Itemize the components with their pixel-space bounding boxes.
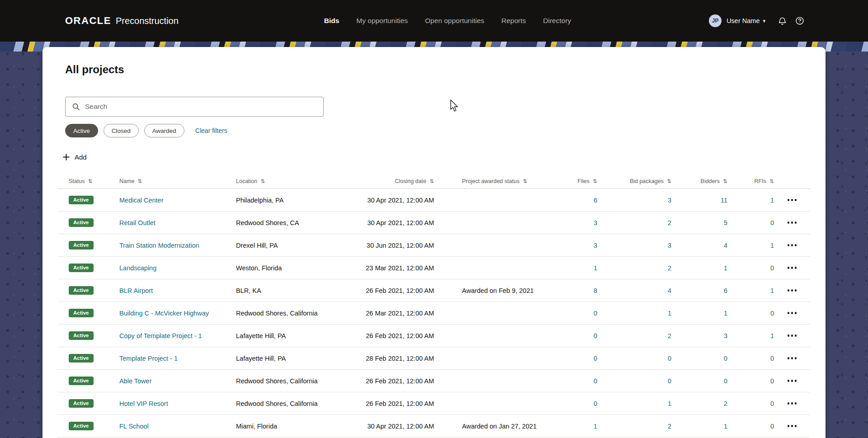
- bid-packages-count-link[interactable]: 3: [668, 242, 671, 249]
- project-name-link[interactable]: Landscaping: [119, 264, 156, 272]
- search-input[interactable]: [85, 103, 317, 111]
- files-count-link[interactable]: 8: [594, 287, 597, 294]
- row-actions-button[interactable]: [785, 377, 800, 385]
- nav-item-directory[interactable]: Directory: [543, 17, 571, 25]
- rfis-count-link[interactable]: 0: [770, 377, 774, 385]
- column-header-status[interactable]: Status⇅: [69, 178, 119, 184]
- nav-item-my-opportunities[interactable]: My opportunities: [356, 17, 408, 25]
- files-count-link[interactable]: 0: [594, 377, 597, 385]
- row-actions-button[interactable]: [785, 241, 800, 249]
- column-header-bid_packages[interactable]: Bid packages⇅: [597, 178, 671, 184]
- dot: [795, 357, 797, 359]
- project-name-link[interactable]: Hotel VIP Resort: [119, 400, 168, 407]
- files-count-link[interactable]: 0: [594, 310, 597, 317]
- bid-packages-count-link[interactable]: 2: [668, 332, 671, 339]
- column-header-rfis[interactable]: RFIs⇅: [727, 178, 774, 184]
- project-name-link[interactable]: Able Tower: [119, 377, 151, 385]
- project-name-link[interactable]: Template Project - 1: [119, 355, 178, 362]
- rfis-count-link[interactable]: 0: [770, 400, 774, 407]
- project-name-link[interactable]: Train Station Modernization: [119, 242, 199, 249]
- row-actions-button[interactable]: [785, 287, 800, 294]
- rfis-count-link[interactable]: 1: [770, 242, 774, 249]
- project-name-link[interactable]: Building C - McVicker Highway: [119, 310, 209, 317]
- column-header-name[interactable]: Name⇅: [119, 178, 236, 184]
- project-name-link[interactable]: Medical Center: [119, 197, 164, 204]
- rfis-count-link[interactable]: 0: [770, 423, 774, 430]
- rfis-count-link[interactable]: 1: [770, 197, 774, 204]
- bidders-count-link[interactable]: 0: [724, 355, 727, 362]
- bid-packages-count-link[interactable]: 2: [668, 264, 671, 272]
- row-actions-button[interactable]: [785, 264, 800, 272]
- row-actions-button[interactable]: [785, 400, 800, 407]
- filter-chip-closed[interactable]: Closed: [104, 124, 139, 137]
- column-header-label: Bidders: [701, 178, 720, 184]
- bid-packages-count-link[interactable]: 1: [668, 310, 671, 317]
- files-count-link[interactable]: 0: [594, 332, 597, 339]
- rfis-count-link[interactable]: 0: [770, 310, 774, 317]
- files-count-link[interactable]: 3: [594, 242, 597, 249]
- bidders-count-link[interactable]: 6: [724, 287, 727, 294]
- rfis-count-link[interactable]: 0: [770, 264, 774, 272]
- notifications-button[interactable]: [778, 16, 787, 26]
- dot: [791, 312, 793, 314]
- bid-packages-count-link[interactable]: 3: [668, 197, 671, 204]
- bid-packages-count-link[interactable]: 0: [668, 377, 671, 385]
- files-count-link[interactable]: 3: [594, 219, 597, 226]
- project-name-link[interactable]: BLR Airport: [119, 287, 153, 294]
- product-name: Preconstruction: [116, 16, 179, 26]
- bidders-count-link[interactable]: 0: [724, 377, 727, 385]
- bidders-count-link[interactable]: 11: [721, 197, 727, 204]
- table-row: ActiveFL SchoolMiami, Florida30 Apr 2021…: [58, 415, 810, 438]
- files-count-link[interactable]: 0: [594, 400, 597, 407]
- column-header-label: Files: [578, 178, 590, 184]
- project-name-link[interactable]: Retail Outlet: [119, 219, 156, 226]
- row-actions-button[interactable]: [785, 332, 800, 339]
- user-menu[interactable]: User Name ▾: [726, 17, 765, 24]
- bidders-count-link[interactable]: 4: [724, 242, 727, 249]
- column-header-awarded_status[interactable]: Project awarded status⇅: [434, 178, 552, 184]
- files-count-link[interactable]: 6: [594, 197, 597, 204]
- column-header-location[interactable]: Location⇅: [236, 178, 348, 184]
- bid-packages-count-link[interactable]: 2: [668, 219, 671, 226]
- bidders-count-link[interactable]: 3: [724, 332, 727, 339]
- project-name-link[interactable]: Copy of Template Project - 1: [119, 332, 202, 339]
- rfis-count-link[interactable]: 1: [770, 332, 774, 339]
- bidders-count-link[interactable]: 1: [724, 423, 727, 430]
- chevron-down-icon: ▾: [763, 18, 765, 24]
- column-header-bidders[interactable]: Bidders⇅: [671, 178, 727, 184]
- project-name-link[interactable]: FL School: [119, 423, 149, 430]
- column-header-files[interactable]: Files⇅: [552, 178, 597, 184]
- rfis-count-link[interactable]: 1: [770, 287, 774, 294]
- row-actions-button[interactable]: [785, 196, 800, 204]
- filter-chip-active[interactable]: Active: [65, 124, 98, 137]
- filter-chip-awarded[interactable]: Awarded: [144, 124, 184, 137]
- row-actions-button[interactable]: [785, 354, 800, 362]
- bidders-count-link[interactable]: 5: [724, 219, 727, 226]
- bidders-count-link[interactable]: 1: [724, 264, 727, 272]
- search-icon: [72, 103, 80, 111]
- add-button[interactable]: Add: [62, 150, 87, 164]
- bid-packages-count-link[interactable]: 4: [668, 287, 671, 294]
- help-button[interactable]: [795, 16, 805, 26]
- files-count-link[interactable]: 0: [594, 355, 597, 362]
- row-actions-button[interactable]: [785, 309, 800, 317]
- table-row: ActiveMedical CenterPhiladelphia, PA30 A…: [58, 189, 810, 212]
- clear-filters-link[interactable]: Clear filters: [195, 127, 227, 134]
- bidders-count-link[interactable]: 1: [724, 310, 727, 317]
- column-header-closing_date[interactable]: Closing date⇅: [348, 178, 434, 184]
- row-actions-button[interactable]: [785, 422, 800, 430]
- files-count-link[interactable]: 1: [594, 423, 597, 430]
- rfis-count-link[interactable]: 0: [770, 219, 774, 226]
- bid-packages-count-link[interactable]: 1: [668, 400, 671, 407]
- rfis-count-link[interactable]: 0: [770, 355, 774, 362]
- bidders-count-link[interactable]: 2: [724, 400, 727, 407]
- nav-item-reports[interactable]: Reports: [501, 17, 526, 25]
- bid-packages-count-link[interactable]: 0: [668, 355, 671, 362]
- avatar[interactable]: JP: [709, 14, 722, 27]
- bid-packages-count-link[interactable]: 2: [668, 423, 671, 430]
- row-actions-button[interactable]: [785, 219, 800, 226]
- nav-item-open-opportunities[interactable]: Open opportunities: [425, 17, 484, 25]
- files-count-link[interactable]: 1: [594, 264, 597, 272]
- nav-item-bids[interactable]: Bids: [324, 17, 340, 25]
- sort-icon: ⇅: [667, 179, 671, 184]
